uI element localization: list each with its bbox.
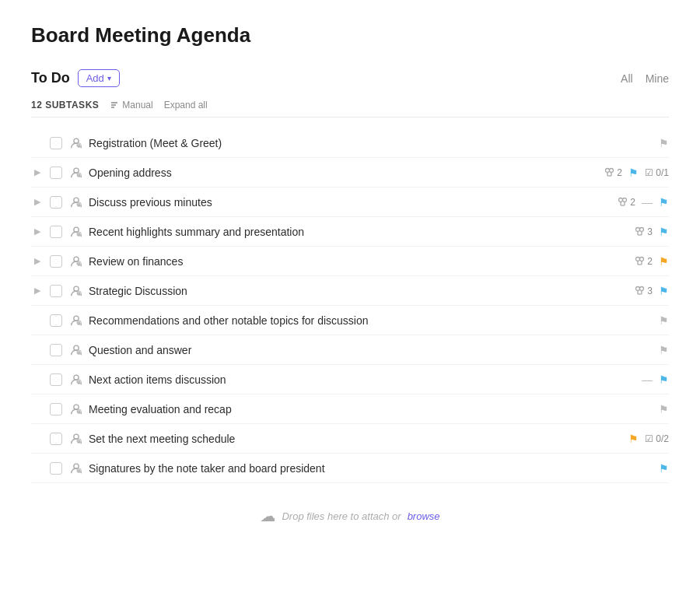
task-name: Registration (Meet & Greet) <box>89 137 653 149</box>
task-meta: ⚑ <box>659 344 669 356</box>
task-meta: ⚑☑ 0/2 <box>628 433 669 445</box>
assignee-icon: ⚙ <box>68 135 84 151</box>
flag-icon: ⚑ <box>659 462 669 475</box>
assignee-icon: ⚙ <box>68 401 84 417</box>
task-row: ▶ ⚙ Set the next meeting schedule⚑☑ 0/2 <box>31 424 669 454</box>
subtask-bar: 12 SUBTASKS Manual Expand all <box>31 100 669 117</box>
add-button[interactable]: Add ▾ <box>78 69 120 87</box>
flag-icon: ⚑ <box>659 137 669 149</box>
assignee-icon: ⚙ <box>68 195 84 210</box>
task-name: Opening address <box>89 167 598 179</box>
sort-label: Manual <box>122 100 152 110</box>
task-checkbox[interactable] <box>50 196 62 209</box>
dash-icon: — <box>642 196 653 209</box>
task-list: ▶ ⚙ Registration (Meet & Greet)⚑▶ ⚙ Open… <box>31 128 669 483</box>
expand-chevron-icon[interactable]: ▶ <box>31 197 44 207</box>
page-title: Board Meeting Agenda <box>31 23 669 47</box>
task-meta: 2⚑☑ 0/1 <box>604 167 669 179</box>
flag-icon: ⚑ <box>659 403 669 415</box>
svg-point-19 <box>636 228 640 232</box>
task-meta: ⚑ <box>659 462 669 475</box>
task-row: ▶ ⚙ Meeting evaluation and recap⚑ <box>31 394 669 424</box>
assignee-icon: ⚙ <box>68 342 84 358</box>
task-name: Next action items discussion <box>89 373 635 386</box>
flag-icon: ⚑ <box>659 314 669 327</box>
drop-zone: ☁ Drop files here to attach or browse <box>31 491 669 541</box>
drop-zone-text: Drop files here to attach or <box>282 510 401 522</box>
task-checkbox[interactable] <box>50 314 62 327</box>
svg-point-29 <box>636 287 640 291</box>
subtask-badge: 3 <box>635 226 653 237</box>
chevron-down-icon: ▾ <box>107 74 111 82</box>
task-checkbox[interactable] <box>50 255 62 268</box>
subtask-badge: 2 <box>604 167 622 178</box>
task-name: Meeting evaluation and recap <box>89 403 653 415</box>
task-name: Review on finances <box>89 255 628 268</box>
filter-links: All Mine <box>621 72 669 85</box>
task-row: ▶ ⚙ Review on finances 2⚑ <box>31 247 669 276</box>
task-checkbox[interactable] <box>50 344 62 356</box>
task-row: ▶ ⚙ Signatures by the note taker and boa… <box>31 454 669 483</box>
assignee-icon: ⚙ <box>68 283 84 299</box>
assignee-icon: ⚙ <box>68 254 84 269</box>
task-name: Strategic Discussion <box>89 285 628 297</box>
section-header: To Do Add ▾ All Mine <box>31 69 669 87</box>
flag-icon: ⚑ <box>659 255 669 268</box>
assignee-icon: ⚙ <box>68 372 84 387</box>
task-checkbox[interactable] <box>50 403 62 415</box>
task-meta: —⚑ <box>642 373 669 386</box>
assignee-icon: ⚙ <box>68 461 84 476</box>
subtask-count: 12 SUBTASKS <box>31 100 99 110</box>
subtask-badge: 2 <box>635 256 653 267</box>
task-name: Discuss previous minutes <box>89 196 611 209</box>
task-checkbox[interactable] <box>50 167 62 179</box>
checklist-badge: ☑ 0/2 <box>645 433 669 444</box>
svg-point-20 <box>640 228 644 232</box>
task-meta: 3⚑ <box>635 226 669 238</box>
expand-all-button[interactable]: Expand all <box>164 100 208 110</box>
expand-chevron-icon[interactable]: ▶ <box>31 226 44 237</box>
task-row: ▶ ⚙ Strategic Discussion 3⚑ <box>31 276 669 306</box>
task-checkbox[interactable] <box>50 137 62 149</box>
task-row: ▶ ⚙ Opening address 2⚑☑ 0/1 <box>31 158 669 188</box>
task-name: Question and answer <box>89 344 653 356</box>
task-name: Recommendations and other notable topics… <box>89 314 653 327</box>
svg-point-25 <box>640 258 644 261</box>
checklist-badge: ☑ 0/1 <box>645 167 669 178</box>
task-meta: 2—⚑ <box>618 196 669 209</box>
expand-chevron-icon[interactable]: ▶ <box>31 167 44 177</box>
task-checkbox[interactable] <box>50 433 62 445</box>
filter-mine[interactable]: Mine <box>646 72 669 85</box>
task-checkbox[interactable] <box>50 285 62 297</box>
svg-point-15 <box>623 198 627 202</box>
browse-link[interactable]: browse <box>408 510 440 522</box>
task-row: ▶ ⚙ Question and answer⚑ <box>31 335 669 365</box>
task-meta: 3⚑ <box>635 285 669 297</box>
task-meta: ⚑ <box>659 137 669 149</box>
expand-chevron-icon[interactable]: ▶ <box>31 256 44 266</box>
expand-chevron-icon[interactable]: ▶ <box>31 286 44 296</box>
flag-icon: ⚑ <box>659 226 669 238</box>
task-row: ▶ ⚙ Recommendations and other notable to… <box>31 306 669 335</box>
task-row: ▶ ⚙ Recent highlights summary and presen… <box>31 217 669 247</box>
section-title: To Do <box>31 70 70 86</box>
filter-all[interactable]: All <box>621 72 633 85</box>
section-left: To Do Add ▾ <box>31 69 120 87</box>
task-row: ▶ ⚙ Next action items discussion—⚑ <box>31 365 669 394</box>
task-name: Recent highlights summary and presentati… <box>89 226 628 238</box>
task-meta: ⚑ <box>659 314 669 327</box>
svg-point-10 <box>610 169 614 173</box>
flag-icon: ⚑ <box>659 285 669 297</box>
task-checkbox[interactable] <box>50 462 62 475</box>
cloud-upload-icon: ☁ <box>260 507 275 525</box>
task-row: ▶ ⚙ Discuss previous minutes 2—⚑ <box>31 188 669 217</box>
task-meta: 2⚑ <box>635 255 669 268</box>
sort-button[interactable]: Manual <box>110 100 152 110</box>
task-checkbox[interactable] <box>50 226 62 238</box>
task-checkbox[interactable] <box>50 373 62 386</box>
svg-point-9 <box>606 169 610 173</box>
assignee-icon: ⚙ <box>68 224 84 240</box>
svg-point-30 <box>640 287 644 291</box>
svg-point-14 <box>619 198 623 202</box>
add-label: Add <box>86 72 104 84</box>
